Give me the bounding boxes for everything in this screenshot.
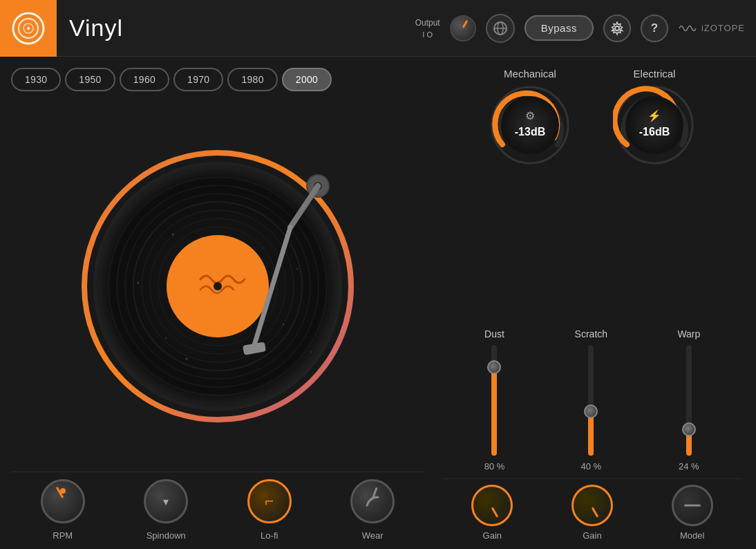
wear-label: Wear	[362, 530, 384, 541]
warp-value: 24 %	[679, 461, 699, 472]
rpm-knob[interactable]	[41, 479, 85, 523]
output-io: I O	[422, 30, 433, 39]
scratch-title: Scratch	[575, 328, 607, 339]
dust-title: Dust	[484, 328, 504, 339]
dust-track[interactable]	[491, 345, 497, 456]
model-group: Model	[672, 485, 713, 541]
svg-point-7	[615, 26, 619, 30]
dust-slider-group: Dust 80 %	[484, 328, 505, 472]
mechanical-dial[interactable]: ⚙ -13dB	[489, 84, 571, 167]
wear-knob[interactable]	[350, 479, 395, 523]
svg-point-3	[27, 27, 30, 30]
dust-gain-label: Gain	[483, 530, 502, 541]
svg-text:⚡: ⚡	[648, 109, 661, 122]
spindown-knob[interactable]: ▾	[144, 479, 188, 523]
turntable-svg	[76, 145, 359, 428]
svg-text:⚙: ⚙	[525, 110, 535, 122]
lofi-group: ⌐ Lo-fi	[247, 479, 292, 541]
svg-point-25	[138, 282, 140, 284]
scratch-value: 40 %	[581, 461, 602, 472]
left-panel: 1930 1950 1960 1970 1980 2000	[0, 57, 435, 549]
dust-thumb[interactable]	[487, 360, 501, 374]
main-content: 1930 1950 1960 1970 1980 2000	[0, 57, 756, 549]
lofi-icon: ⌐	[265, 492, 274, 510]
svg-point-20	[262, 248, 263, 249]
svg-point-22	[165, 337, 167, 339]
dust-value: 80 %	[484, 461, 505, 472]
settings-icon	[610, 21, 624, 35]
warp-track[interactable]	[686, 345, 692, 456]
scratch-gain-group: Gain	[571, 485, 613, 541]
mechanical-group: Mechanical	[489, 68, 571, 167]
sliders-row: Dust 80 % Scratch 40 % Warp	[442, 174, 742, 472]
model-label: Model	[680, 530, 704, 541]
svg-point-28	[214, 282, 222, 290]
link-svg	[493, 21, 508, 36]
help-button[interactable]: ?	[641, 15, 668, 42]
model-knob[interactable]	[672, 485, 713, 526]
scratch-thumb[interactable]	[584, 404, 598, 418]
era-bar: 1930 1950 1960 1970 1980 2000	[11, 68, 424, 91]
svg-point-21	[283, 324, 285, 326]
era-1930[interactable]: 1930	[11, 68, 61, 91]
svg-point-26	[310, 351, 312, 353]
lofi-knob[interactable]: ⌐	[247, 479, 292, 523]
spindown-label: Spindown	[147, 530, 186, 541]
dust-gain-knob[interactable]	[471, 485, 513, 526]
warp-slider-group: Warp 24 %	[677, 328, 700, 472]
scratch-gain-knob[interactable]	[571, 485, 613, 526]
era-1950[interactable]: 1950	[65, 68, 115, 91]
dust-fill	[491, 367, 497, 456]
warp-thumb[interactable]	[682, 422, 696, 436]
rpm-label: RPM	[53, 530, 73, 541]
output-control: Output I O	[415, 18, 440, 39]
svg-point-19	[172, 234, 174, 236]
era-1980[interactable]: 1980	[227, 68, 277, 91]
header: Vinyl Output I O Bypass ?	[0, 0, 756, 57]
svg-point-23	[186, 358, 188, 360]
izotope-wave-icon	[678, 22, 697, 35]
mechanical-dial-svg: ⚙ -13dB	[489, 84, 571, 167]
wear-icon	[363, 492, 382, 511]
bypass-button[interactable]: Bypass	[525, 15, 594, 41]
gain-row: Gain Gain Model	[442, 478, 742, 541]
svg-text:-16dB: -16dB	[639, 126, 670, 138]
svg-point-35	[501, 96, 559, 154]
svg-text:-13dB: -13dB	[515, 126, 545, 138]
lofi-label: Lo-fi	[261, 530, 278, 541]
spindown-group: ▾ Spindown	[144, 479, 188, 541]
svg-point-24	[296, 268, 298, 270]
settings-button[interactable]	[603, 15, 631, 42]
electrical-dial[interactable]: ⚡ -16dB	[613, 84, 696, 167]
header-controls: Output I O Bypass ? iZOTOPE	[415, 14, 745, 43]
warp-title: Warp	[677, 328, 700, 339]
era-1960[interactable]: 1960	[120, 68, 169, 91]
logo-icon	[10, 10, 46, 46]
electrical-title: Electrical	[634, 68, 676, 80]
link-icon[interactable]	[486, 14, 515, 43]
electrical-dial-svg: ⚡ -16dB	[613, 84, 696, 167]
rpm-group: RPM	[41, 479, 85, 541]
scratch-slider-group: Scratch 40 %	[575, 328, 607, 472]
scratch-track[interactable]	[588, 345, 594, 456]
bottom-knobs: RPM ▾ Spindown ⌐ Lo-fi We	[11, 472, 424, 541]
era-1970[interactable]: 1970	[173, 68, 223, 91]
wear-group: Wear	[350, 479, 395, 541]
izotope-logo: iZOTOPE	[678, 22, 745, 35]
app-title: Vinyl	[69, 15, 123, 41]
mechanical-title: Mechanical	[504, 68, 556, 80]
izotope-text: iZOTOPE	[701, 23, 745, 33]
spindown-icon: ▾	[163, 495, 169, 508]
right-panel: Mechanical	[435, 57, 756, 549]
noise-row: Mechanical	[442, 68, 742, 167]
output-label: Output	[415, 18, 440, 28]
svg-point-39	[625, 96, 683, 154]
era-2000[interactable]: 2000	[282, 68, 332, 91]
dust-gain-group: Gain	[471, 485, 513, 541]
scratch-gain-label: Gain	[583, 530, 601, 541]
turntable-container	[11, 101, 424, 472]
output-knob[interactable]	[450, 15, 476, 41]
electrical-group: Electrical	[613, 68, 696, 167]
question-icon: ?	[651, 21, 658, 35]
logo-box	[0, 0, 57, 57]
